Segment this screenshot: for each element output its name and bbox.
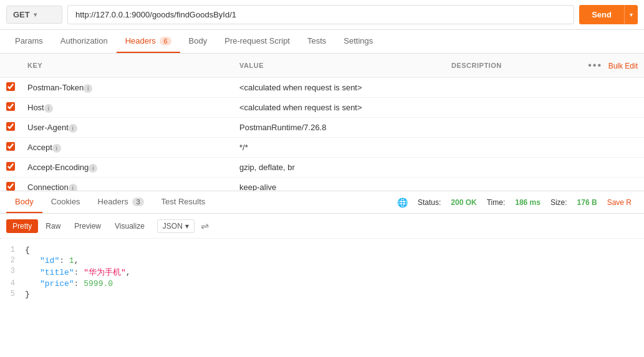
method-arrow: ▾ — [34, 11, 37, 18]
key-col-header: KEY — [21, 54, 233, 78]
table-row: User-AgentiPostmanRuntime/7.26.8 — [0, 118, 644, 138]
description-cell — [445, 138, 542, 158]
row-checkbox[interactable] — [6, 162, 15, 171]
row-checkbox[interactable] — [6, 82, 15, 91]
ftab-preview[interactable]: Preview — [68, 219, 107, 233]
key-cell: Connectioni — [21, 178, 233, 191]
request-tabs: Params Authorization Headers 6 Body Pre-… — [0, 30, 644, 54]
globe-icon: 🌐 — [397, 198, 408, 207]
headers-badge: 6 — [160, 37, 171, 45]
value-cell: <calculated when request is sent> — [233, 98, 445, 118]
info-icon[interactable]: i — [44, 104, 53, 113]
url-input[interactable] — [67, 5, 574, 24]
value-cell: <calculated when request is sent> — [233, 78, 445, 98]
description-cell — [445, 78, 542, 98]
table-row: Connectionikeep-alive — [0, 178, 644, 191]
ftab-raw[interactable]: Raw — [39, 219, 67, 233]
description-cell — [445, 178, 542, 191]
more-options-button[interactable]: ••• — [584, 59, 606, 72]
code-line: 5} — [0, 289, 644, 300]
tab-headers[interactable]: Headers 6 — [117, 30, 180, 53]
key-cell: User-Agenti — [21, 118, 233, 138]
rtab-cookies[interactable]: Cookies — [42, 191, 89, 213]
headers-table-container: KEY VALUE DESCRIPTION ••• Bulk Edit Post… — [0, 54, 644, 191]
description-cell — [445, 98, 542, 118]
response-status: 🌐 Status: 200 OK Time: 186 ms Size: 176 … — [391, 198, 638, 207]
ftab-visualize[interactable]: Visualize — [108, 219, 151, 233]
tab-params[interactable]: Params — [6, 30, 52, 53]
table-row: Accepti*/* — [0, 138, 644, 158]
actions-cell — [542, 178, 644, 191]
time-value: 186 ms — [515, 198, 541, 207]
rtab-testresults[interactable]: Test Results — [153, 191, 214, 213]
description-cell — [445, 158, 542, 178]
status-label: Status: — [418, 198, 441, 207]
key-cell: Accept-Encodingi — [21, 158, 233, 178]
tab-tests[interactable]: Tests — [299, 30, 335, 53]
info-icon[interactable]: i — [69, 124, 77, 133]
value-cell: */* — [233, 138, 445, 158]
code-line: 2"id": 1, — [0, 255, 644, 266]
size-value: 176 B — [577, 198, 597, 207]
table-row: Accept-Encodingigzip, deflate, br — [0, 158, 644, 178]
value-cell: gzip, deflate, br — [233, 158, 445, 178]
time-label: Time: — [487, 198, 506, 207]
method-selector[interactable]: GET ▾ — [6, 6, 62, 24]
key-cell: Hosti — [21, 98, 233, 118]
code-line: 1{ — [0, 245, 644, 255]
headers-table: KEY VALUE DESCRIPTION ••• Bulk Edit Post… — [0, 54, 644, 191]
checkbox-col-header — [0, 54, 21, 78]
response-tabs: Body Cookies Headers 3 Test Results — [6, 191, 391, 213]
format-bar: Pretty Raw Preview Visualize JSON ▾ ⇌ — [0, 214, 644, 239]
send-arrow-button[interactable]: ▾ — [624, 5, 638, 24]
description-cell — [445, 118, 542, 138]
resp-headers-badge: 3 — [132, 198, 143, 206]
send-button[interactable]: Send — [579, 5, 624, 24]
info-icon[interactable]: i — [69, 184, 77, 191]
rtab-headers[interactable]: Headers 3 — [89, 191, 153, 213]
send-button-group: Send ▾ — [579, 5, 638, 24]
response-bar: Body Cookies Headers 3 Test Results 🌐 St… — [0, 191, 644, 214]
value-col-header: VALUE — [233, 54, 445, 78]
code-line: 3"title": "华为手机", — [0, 266, 644, 278]
size-label: Size: — [550, 198, 567, 207]
key-cell: Postman-Tokeni — [21, 78, 233, 98]
wrap-button[interactable]: ⇌ — [198, 217, 211, 234]
actions-cell — [542, 138, 644, 158]
row-checkbox[interactable] — [6, 122, 15, 131]
info-icon[interactable]: i — [52, 144, 61, 153]
value-cell: PostmanRuntime/7.26.8 — [233, 118, 445, 138]
method-label: GET — [13, 10, 30, 19]
table-row: Postman-Tokeni<calculated when request i… — [0, 78, 644, 98]
info-icon[interactable]: i — [89, 164, 97, 173]
status-value: 200 OK — [451, 198, 476, 207]
code-line: 4"price": 5999.0 — [0, 278, 644, 289]
actions-cell — [542, 158, 644, 178]
request-bar: GET ▾ Send ▾ — [0, 0, 644, 30]
value-cell: keep-alive — [233, 178, 445, 191]
tab-prerequest[interactable]: Pre-request Script — [216, 30, 299, 53]
actions-cell — [542, 98, 644, 118]
actions-cell — [542, 78, 644, 98]
format-select[interactable]: JSON ▾ — [157, 219, 195, 233]
tab-settings[interactable]: Settings — [335, 30, 382, 53]
bulk-edit-button[interactable]: Bulk Edit — [608, 62, 638, 70]
rtab-body[interactable]: Body — [6, 191, 42, 213]
desc-col-header: DESCRIPTION — [445, 54, 542, 78]
ftab-pretty[interactable]: Pretty — [6, 219, 38, 233]
save-response-button[interactable]: Save R — [607, 198, 632, 207]
actions-cell — [542, 118, 644, 138]
table-row: Hosti<calculated when request is sent> — [0, 98, 644, 118]
code-area: 1{2"id": 1,3"title": "华为手机",4"price": 59… — [0, 239, 644, 306]
tab-authorization[interactable]: Authorization — [52, 30, 117, 53]
header-actions-col: ••• Bulk Edit — [542, 54, 644, 78]
row-checkbox[interactable] — [6, 182, 15, 191]
row-checkbox[interactable] — [6, 102, 15, 111]
row-checkbox[interactable] — [6, 142, 15, 151]
info-icon[interactable]: i — [84, 84, 92, 93]
tab-body[interactable]: Body — [180, 30, 216, 53]
key-cell: Accepti — [21, 138, 233, 158]
